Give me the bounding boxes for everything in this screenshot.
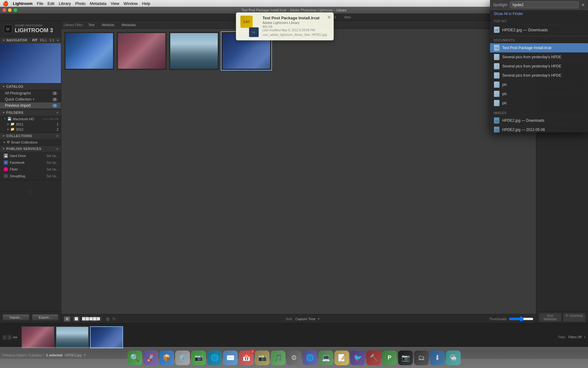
doc-0-label: Test Post Package Install.lrcat bbox=[502, 46, 551, 50]
doc-2-icon bbox=[494, 63, 500, 69]
spotlight-close-button[interactable]: ✕ bbox=[581, 2, 585, 7]
spotlight-label: Spotlight bbox=[493, 3, 507, 7]
doc-1-label: Several pics from yesterday's HPDE bbox=[502, 55, 561, 59]
img-0-label: HPDE2.jpg — Downloads bbox=[502, 118, 544, 123]
doc-0-file-icon: lrcat bbox=[494, 45, 499, 51]
img-1-label: HPDE2.jpg — 2012-05-06 bbox=[502, 128, 545, 132]
documents-section: Documents lrcat Test Post Package Instal… bbox=[490, 36, 588, 109]
doc-2-file-icon bbox=[494, 63, 499, 69]
spotlight-top-hit-section: Top Hit jpg HPDE2.jpg — Downloads bbox=[490, 18, 588, 36]
spotlight-doc-4[interactable]: pic bbox=[490, 80, 588, 89]
spotlight-doc-5[interactable]: pic bbox=[490, 89, 588, 98]
doc-4-file-icon bbox=[494, 82, 499, 88]
doc-4-label: pic bbox=[502, 82, 507, 87]
spotlight-img-1[interactable]: jpg HPDE2.jpg — 2012-05-06 bbox=[490, 125, 588, 132]
doc-5-label: pic bbox=[502, 92, 507, 96]
spotlight-input-row: Spotlight ✕ bbox=[490, 0, 588, 10]
spotlight-top-hit-item[interactable]: jpg HPDE2.jpg — Downloads bbox=[490, 24, 588, 35]
doc-6-label: pic bbox=[502, 101, 507, 105]
show-all-in-finder[interactable]: Show All in Finder bbox=[490, 10, 588, 18]
doc-6-file-icon bbox=[494, 100, 499, 106]
spotlight-search-input[interactable] bbox=[510, 1, 579, 8]
doc-1-icon bbox=[494, 54, 500, 60]
top-hit-icon: jpg bbox=[494, 27, 500, 33]
doc-4-icon bbox=[494, 82, 500, 88]
spotlight-img-0[interactable]: jpg HPDE2.jpg — Downloads bbox=[490, 116, 588, 125]
img-1-file-icon: jpg bbox=[494, 127, 499, 132]
doc-3-file-icon bbox=[494, 72, 499, 79]
spotlight-doc-0[interactable]: lrcat Test Post Package Install.lrcat bbox=[490, 43, 588, 52]
doc-3-icon bbox=[494, 72, 500, 79]
img-0-file-icon: jpg bbox=[494, 117, 499, 124]
images-header: Images bbox=[490, 110, 588, 116]
img-0-icon: jpg bbox=[494, 117, 500, 124]
doc-6-icon bbox=[494, 100, 500, 106]
img-1-icon: jpg bbox=[494, 127, 500, 132]
doc-0-icon: lrcat bbox=[494, 45, 500, 51]
doc-5-icon bbox=[494, 91, 500, 97]
spotlight-overlay: Spotlight ✕ Show All in Finder Top Hit j… bbox=[0, 0, 588, 368]
spotlight-doc-1[interactable]: Several pics from yesterday's HPDE bbox=[490, 52, 588, 62]
doc-1-file-icon bbox=[494, 54, 499, 60]
spotlight-results: Show All in Finder Top Hit jpg HPDE2.jpg… bbox=[490, 10, 588, 132]
doc-3-label: Several pics from yesterday's HPDE bbox=[502, 73, 561, 78]
top-hit-label: HPDE2.jpg — Downloads bbox=[502, 28, 548, 32]
top-hit-header: Top Hit bbox=[490, 18, 588, 24]
spotlight-search: Spotlight ✕ Show All in Finder Top Hit j… bbox=[490, 0, 588, 132]
doc-2-label: Several pics from yesterday's HPDE bbox=[502, 64, 561, 68]
doc-5-file-icon bbox=[494, 91, 499, 97]
spotlight-doc-2[interactable]: Several pics from yesterday's HPDE bbox=[490, 62, 588, 71]
spotlight-doc-3[interactable]: Several pics from yesterday's HPDE bbox=[490, 71, 588, 80]
spotlight-doc-6[interactable]: pic bbox=[490, 98, 588, 108]
images-section: Images jpg HPDE2.jpg — Downloads jpg HPD… bbox=[490, 109, 588, 132]
top-hit-file-icon: jpg bbox=[494, 27, 499, 33]
documents-header: Documents bbox=[490, 37, 588, 43]
